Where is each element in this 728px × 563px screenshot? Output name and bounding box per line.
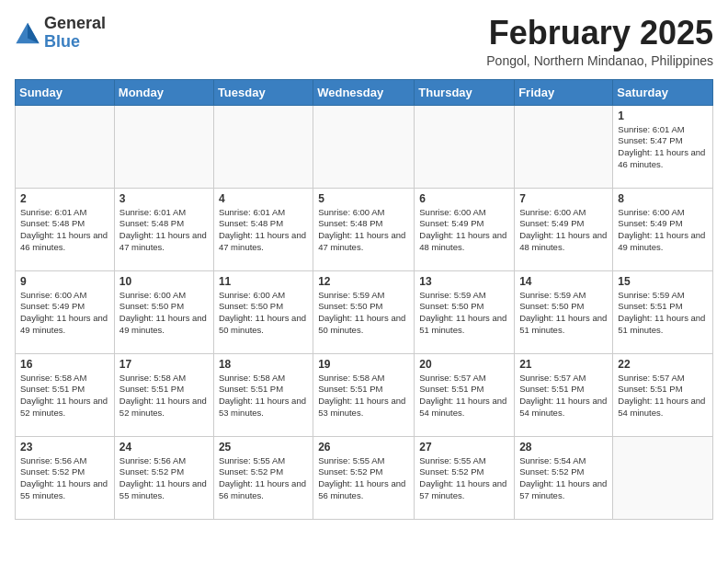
day-number: 7 [519, 192, 608, 205]
day-info: Sunrise: 6:01 AM Sunset: 5:48 PM Dayligh… [219, 207, 308, 254]
weekday-header-saturday: Saturday [613, 79, 713, 105]
calendar-day-5: 5Sunrise: 6:00 AM Sunset: 5:48 PM Daylig… [313, 188, 415, 270]
day-number: 14 [519, 275, 608, 288]
calendar-day-28: 28Sunrise: 5:54 AM Sunset: 5:52 PM Dayli… [515, 436, 613, 519]
day-number: 20 [419, 358, 509, 371]
calendar-week-row: 9Sunrise: 6:00 AM Sunset: 5:49 PM Daylig… [16, 270, 713, 353]
calendar-day-6: 6Sunrise: 6:00 AM Sunset: 5:49 PM Daylig… [415, 188, 515, 270]
day-number: 12 [318, 275, 409, 288]
day-number: 23 [20, 441, 109, 454]
logo-icon [15, 20, 40, 46]
day-info: Sunrise: 6:00 AM Sunset: 5:49 PM Dayligh… [419, 207, 509, 254]
day-info: Sunrise: 5:59 AM Sunset: 5:51 PM Dayligh… [618, 290, 708, 337]
day-number: 22 [618, 358, 708, 371]
calendar-day-2: 2Sunrise: 6:01 AM Sunset: 5:48 PM Daylig… [16, 188, 115, 270]
title-block: February 2025 Pongol, Northern Mindanao,… [486, 15, 713, 68]
calendar-week-row: 23Sunrise: 5:56 AM Sunset: 5:52 PM Dayli… [16, 436, 713, 519]
day-info: Sunrise: 5:55 AM Sunset: 5:52 PM Dayligh… [219, 455, 308, 502]
calendar-day-9: 9Sunrise: 6:00 AM Sunset: 5:49 PM Daylig… [16, 270, 115, 353]
day-info: Sunrise: 6:01 AM Sunset: 5:47 PM Dayligh… [618, 124, 708, 171]
day-info: Sunrise: 6:00 AM Sunset: 5:49 PM Dayligh… [20, 290, 109, 337]
day-info: Sunrise: 5:59 AM Sunset: 5:50 PM Dayligh… [318, 290, 409, 337]
day-info: Sunrise: 6:00 AM Sunset: 5:48 PM Dayligh… [318, 207, 409, 254]
day-info: Sunrise: 5:57 AM Sunset: 5:51 PM Dayligh… [618, 373, 708, 419]
day-info: Sunrise: 6:00 AM Sunset: 5:50 PM Dayligh… [219, 290, 308, 337]
day-number: 26 [318, 441, 409, 454]
weekday-header-friday: Friday [515, 79, 613, 105]
day-number: 8 [618, 192, 708, 205]
day-info: Sunrise: 6:00 AM Sunset: 5:49 PM Dayligh… [519, 207, 608, 254]
logo: General Blue [15, 15, 106, 52]
calendar-header: SundayMondayTuesdayWednesdayThursdayFrid… [16, 79, 713, 105]
calendar-day-7: 7Sunrise: 6:00 AM Sunset: 5:49 PM Daylig… [515, 188, 613, 270]
calendar-day-27: 27Sunrise: 5:55 AM Sunset: 5:52 PM Dayli… [415, 436, 515, 519]
location-title: Pongol, Northern Mindanao, Philippines [486, 53, 713, 68]
calendar-body: 1Sunrise: 6:01 AM Sunset: 5:47 PM Daylig… [16, 105, 713, 519]
calendar-day-4: 4Sunrise: 6:01 AM Sunset: 5:48 PM Daylig… [213, 188, 313, 270]
day-info: Sunrise: 5:56 AM Sunset: 5:52 PM Dayligh… [20, 455, 109, 502]
calendar-day-12: 12Sunrise: 5:59 AM Sunset: 5:50 PM Dayli… [313, 270, 415, 353]
day-number: 16 [20, 358, 109, 371]
day-number: 25 [219, 441, 308, 454]
day-info: Sunrise: 6:01 AM Sunset: 5:48 PM Dayligh… [119, 207, 209, 254]
day-info: Sunrise: 5:57 AM Sunset: 5:51 PM Dayligh… [519, 373, 608, 419]
day-number: 27 [419, 441, 509, 454]
calendar-day-11: 11Sunrise: 6:00 AM Sunset: 5:50 PM Dayli… [213, 270, 313, 353]
weekday-header-row: SundayMondayTuesdayWednesdayThursdayFrid… [16, 79, 713, 105]
day-number: 2 [20, 192, 109, 205]
weekday-header-tuesday: Tuesday [213, 79, 313, 105]
day-number: 28 [519, 441, 608, 454]
day-number: 21 [519, 358, 608, 371]
day-number: 10 [119, 275, 209, 288]
day-number: 11 [219, 275, 308, 288]
logo-blue-text: Blue [44, 33, 106, 52]
calendar-week-row: 16Sunrise: 5:58 AM Sunset: 5:51 PM Dayli… [16, 353, 713, 436]
day-info: Sunrise: 6:01 AM Sunset: 5:48 PM Dayligh… [20, 207, 109, 254]
calendar-day-10: 10Sunrise: 6:00 AM Sunset: 5:50 PM Dayli… [114, 270, 213, 353]
calendar-day-23: 23Sunrise: 5:56 AM Sunset: 5:52 PM Dayli… [16, 436, 115, 519]
day-number: 18 [219, 358, 308, 371]
calendar-day-13: 13Sunrise: 5:59 AM Sunset: 5:50 PM Dayli… [415, 270, 515, 353]
day-number: 15 [618, 275, 708, 288]
logo-text: General Blue [44, 15, 106, 52]
calendar-day-19: 19Sunrise: 5:58 AM Sunset: 5:51 PM Dayli… [313, 353, 415, 436]
day-info: Sunrise: 5:58 AM Sunset: 5:51 PM Dayligh… [318, 373, 409, 419]
calendar-day-20: 20Sunrise: 5:57 AM Sunset: 5:51 PM Dayli… [415, 353, 515, 436]
calendar-day-3: 3Sunrise: 6:01 AM Sunset: 5:48 PM Daylig… [114, 188, 213, 270]
calendar-week-row: 2Sunrise: 6:01 AM Sunset: 5:48 PM Daylig… [16, 188, 713, 270]
day-number: 24 [119, 441, 209, 454]
month-title: February 2025 [486, 15, 713, 52]
day-number: 9 [20, 275, 109, 288]
calendar-day-empty [213, 105, 313, 188]
page-header: General Blue February 2025 Pongol, North… [15, 15, 713, 68]
calendar-day-1: 1Sunrise: 6:01 AM Sunset: 5:47 PM Daylig… [613, 105, 713, 188]
day-info: Sunrise: 5:58 AM Sunset: 5:51 PM Dayligh… [20, 373, 109, 419]
calendar-day-24: 24Sunrise: 5:56 AM Sunset: 5:52 PM Dayli… [114, 436, 213, 519]
day-info: Sunrise: 6:00 AM Sunset: 5:49 PM Dayligh… [618, 207, 708, 254]
calendar-week-row: 1Sunrise: 6:01 AM Sunset: 5:47 PM Daylig… [16, 105, 713, 188]
day-number: 3 [119, 192, 209, 205]
weekday-header-monday: Monday [114, 79, 213, 105]
day-info: Sunrise: 6:00 AM Sunset: 5:50 PM Dayligh… [119, 290, 209, 337]
day-info: Sunrise: 5:57 AM Sunset: 5:51 PM Dayligh… [419, 373, 509, 419]
day-number: 19 [318, 358, 409, 371]
day-number: 6 [419, 192, 509, 205]
calendar-day-empty [313, 105, 415, 188]
calendar-day-empty [415, 105, 515, 188]
calendar-day-8: 8Sunrise: 6:00 AM Sunset: 5:49 PM Daylig… [613, 188, 713, 270]
calendar-day-empty [613, 436, 713, 519]
calendar-day-empty [114, 105, 213, 188]
calendar-day-empty [16, 105, 115, 188]
calendar-day-18: 18Sunrise: 5:58 AM Sunset: 5:51 PM Dayli… [213, 353, 313, 436]
day-number: 13 [419, 275, 509, 288]
calendar-table: SundayMondayTuesdayWednesdayThursdayFrid… [15, 79, 713, 520]
day-info: Sunrise: 5:58 AM Sunset: 5:51 PM Dayligh… [119, 373, 209, 419]
calendar-day-17: 17Sunrise: 5:58 AM Sunset: 5:51 PM Dayli… [114, 353, 213, 436]
day-info: Sunrise: 5:55 AM Sunset: 5:52 PM Dayligh… [318, 455, 409, 502]
day-info: Sunrise: 5:59 AM Sunset: 5:50 PM Dayligh… [419, 290, 509, 337]
day-info: Sunrise: 5:59 AM Sunset: 5:50 PM Dayligh… [519, 290, 608, 337]
calendar-day-26: 26Sunrise: 5:55 AM Sunset: 5:52 PM Dayli… [313, 436, 415, 519]
day-number: 1 [618, 109, 708, 122]
calendar-day-empty [515, 105, 613, 188]
day-number: 5 [318, 192, 409, 205]
